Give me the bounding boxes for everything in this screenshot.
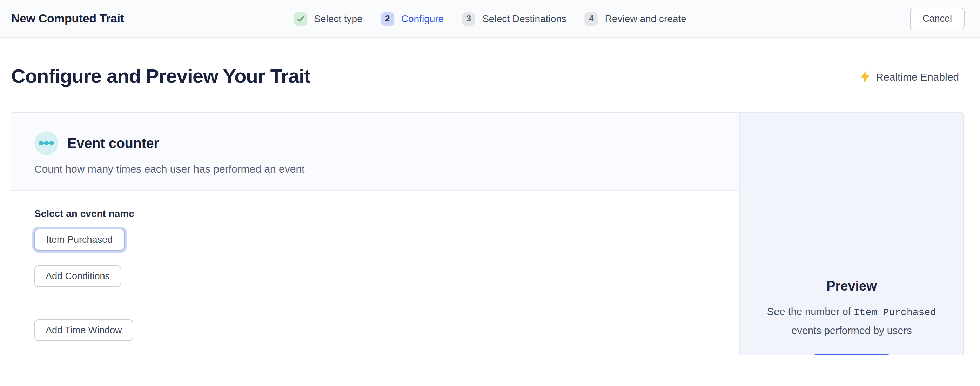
trait-config-card: Event counter Count how many times each …	[11, 112, 964, 355]
step-number-badge: 3	[462, 12, 475, 25]
wizard-topbar: New Computed Trait Select type 2 Configu…	[0, 0, 980, 38]
cancel-button[interactable]: Cancel	[910, 8, 964, 29]
wizard-title: New Computed Trait	[11, 11, 124, 26]
trait-type-title: Event counter	[67, 135, 159, 151]
lightning-bolt-icon	[860, 70, 870, 83]
preview-button[interactable]: Preview	[811, 355, 892, 355]
app-root: New Computed Trait Select type 2 Configu…	[0, 0, 980, 386]
step-select-type[interactable]: Select type	[294, 12, 363, 25]
wizard-stepper: Select type 2 Configure 3 Select Destina…	[294, 12, 686, 25]
trait-type-header: Event counter Count how many times each …	[11, 113, 740, 191]
realtime-status: Realtime Enabled	[860, 70, 959, 83]
page-head: Configure and Preview Your Trait Realtim…	[0, 38, 980, 88]
preview-panel: Preview See the number of Item Purchased…	[740, 113, 963, 355]
step-label: Select type	[314, 13, 363, 24]
trait-config-form: Select an event name Item Purchased Add …	[11, 191, 740, 355]
trait-config-main: Event counter Count how many times each …	[11, 113, 740, 355]
preview-description: See the number of Item Purchased events …	[757, 303, 946, 340]
realtime-label: Realtime Enabled	[876, 70, 959, 83]
step-number-badge: 4	[585, 12, 598, 25]
event-name-label: Select an event name	[34, 208, 715, 219]
step-number-badge: 2	[381, 12, 394, 25]
step-label: Configure	[401, 13, 444, 24]
preview-description-suffix: events performed by users	[791, 325, 912, 336]
form-divider	[34, 305, 715, 305]
preview-event-code: Item Purchased	[854, 307, 936, 318]
step-configure[interactable]: 2 Configure	[381, 12, 444, 25]
preview-description-prefix: See the number of	[767, 306, 854, 317]
event-name-select[interactable]: Item Purchased	[34, 229, 124, 250]
check-icon	[294, 12, 307, 25]
step-select-destinations[interactable]: 3 Select Destinations	[462, 12, 566, 25]
trait-type-description: Count how many times each user has perfo…	[34, 163, 716, 175]
event-counter-icon	[34, 131, 58, 155]
step-review-create[interactable]: 4 Review and create	[585, 12, 686, 25]
add-time-window-button[interactable]: Add Time Window	[34, 319, 133, 341]
page-title: Configure and Preview Your Trait	[11, 65, 310, 88]
step-label: Review and create	[605, 13, 686, 24]
preview-title: Preview	[757, 279, 946, 294]
add-conditions-button[interactable]: Add Conditions	[34, 265, 121, 287]
step-label: Select Destinations	[482, 13, 566, 24]
